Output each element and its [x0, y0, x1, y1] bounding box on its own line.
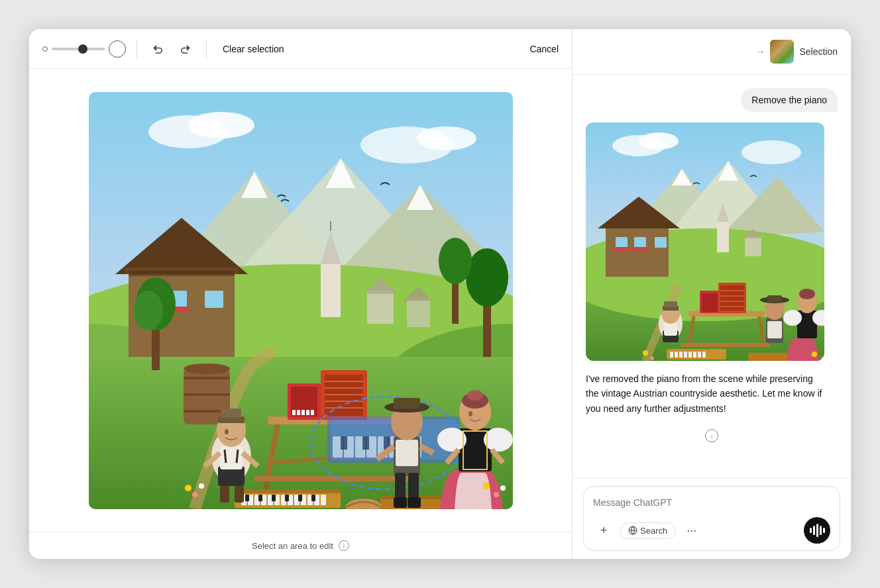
svg-point-42 — [184, 364, 230, 374]
svg-point-139 — [185, 485, 192, 491]
more-options-button[interactable]: ··· — [681, 521, 702, 540]
svg-rect-126 — [408, 473, 419, 499]
svg-point-144 — [500, 485, 506, 491]
svg-point-131 — [484, 428, 513, 452]
svg-point-39 — [439, 238, 472, 284]
svg-rect-159 — [616, 237, 628, 248]
globe-icon — [628, 526, 637, 535]
add-attachment-button[interactable]: + — [593, 520, 614, 541]
app-container: Clear selection Cancel — [29, 29, 851, 559]
chat-input-area: + Search ··· — [573, 477, 851, 559]
svg-rect-171 — [681, 343, 770, 347]
svg-rect-163 — [632, 247, 647, 251]
assistant-response-image — [586, 122, 824, 361]
brush-size-large-icon — [109, 40, 126, 58]
svg-rect-59 — [311, 410, 314, 415]
chat-input-box: + Search ··· — [583, 486, 840, 551]
toolbar: Clear selection Cancel — [29, 29, 572, 69]
svg-point-35 — [134, 291, 163, 330]
svg-point-140 — [192, 492, 197, 497]
svg-point-207 — [650, 356, 654, 360]
svg-point-149 — [742, 140, 801, 164]
chat-messages: Remove the piano — [573, 75, 851, 477]
svg-point-37 — [466, 248, 508, 307]
clear-selection-button[interactable]: Clear selection — [223, 44, 284, 54]
svg-rect-173 — [702, 293, 718, 312]
svg-point-202 — [783, 310, 802, 326]
svg-rect-117 — [235, 486, 244, 503]
svg-rect-107 — [220, 446, 243, 469]
image-edit-area[interactable] — [29, 69, 572, 532]
svg-rect-160 — [634, 237, 646, 248]
svg-rect-183 — [679, 352, 683, 358]
bottom-bar: Select an area to edit i — [29, 532, 572, 559]
svg-rect-166 — [745, 236, 761, 256]
svg-rect-122 — [394, 398, 420, 409]
search-label: Search — [640, 526, 667, 536]
svg-rect-25 — [129, 271, 235, 276]
scroll-down-indicator: ↓ — [586, 429, 838, 442]
svg-rect-100 — [285, 495, 289, 501]
svg-rect-29 — [367, 291, 394, 324]
scroll-down-icon[interactable]: ↓ — [705, 429, 718, 442]
svg-point-143 — [494, 492, 499, 497]
svg-point-208 — [812, 352, 817, 357]
main-image — [89, 92, 513, 509]
svg-rect-55 — [292, 410, 296, 415]
svg-rect-185 — [688, 352, 692, 358]
svg-rect-187 — [698, 352, 701, 358]
brush-size-slider-thumb[interactable] — [78, 44, 87, 54]
svg-rect-197 — [767, 321, 782, 338]
svg-rect-83 — [235, 489, 341, 493]
svg-rect-110 — [221, 409, 241, 418]
info-icon[interactable]: i — [339, 540, 349, 551]
svg-rect-96 — [321, 495, 326, 505]
voice-input-button[interactable] — [804, 517, 830, 544]
svg-line-112 — [225, 450, 226, 463]
brush-size-slider-track — [52, 48, 105, 50]
svg-rect-188 — [702, 352, 706, 358]
chat-input-actions: + Search ··· — [593, 517, 830, 544]
svg-rect-21 — [205, 291, 223, 308]
svg-point-2 — [188, 112, 254, 138]
svg-point-111 — [225, 429, 229, 434]
svg-rect-26 — [321, 264, 341, 317]
svg-rect-101 — [298, 495, 302, 501]
svg-rect-77 — [341, 436, 347, 450]
svg-point-206 — [643, 350, 648, 356]
selection-thumbnail — [770, 40, 794, 64]
svg-line-113 — [237, 450, 238, 463]
chat-input-field[interactable] — [593, 493, 830, 512]
select-area-label: Select an area to edit — [252, 541, 333, 551]
svg-rect-50 — [254, 476, 413, 481]
plus-icon: + — [600, 524, 608, 538]
svg-rect-58 — [306, 410, 309, 415]
user-message: Remove the piano — [741, 88, 838, 112]
svg-point-142 — [483, 483, 490, 489]
svg-point-4 — [417, 126, 476, 150]
redo-button[interactable] — [174, 38, 195, 60]
svg-rect-116 — [220, 486, 229, 503]
svg-rect-184 — [684, 352, 687, 358]
brush-size-control — [42, 40, 126, 58]
svg-rect-200 — [767, 295, 782, 302]
left-panel: Clear selection Cancel — [29, 29, 573, 559]
svg-point-148 — [639, 132, 679, 150]
svg-rect-57 — [302, 410, 305, 415]
svg-rect-97 — [245, 495, 249, 501]
svg-rect-164 — [717, 220, 729, 252]
svg-point-141 — [199, 483, 204, 489]
brush-size-small-icon — [42, 46, 48, 52]
svg-rect-186 — [693, 352, 696, 358]
search-button[interactable]: Search — [620, 522, 676, 539]
svg-rect-31 — [407, 297, 430, 327]
svg-point-130 — [437, 428, 467, 452]
svg-rect-182 — [675, 352, 678, 358]
svg-rect-102 — [311, 495, 315, 501]
svg-point-136 — [468, 411, 472, 416]
assistant-text-message: I've removed the piano from the scene wh… — [586, 371, 824, 416]
cancel-button[interactable]: Cancel — [529, 44, 559, 54]
right-panel: → Selection Remove the piano — [573, 29, 851, 559]
undo-button[interactable] — [148, 38, 169, 60]
svg-rect-195 — [664, 301, 677, 307]
